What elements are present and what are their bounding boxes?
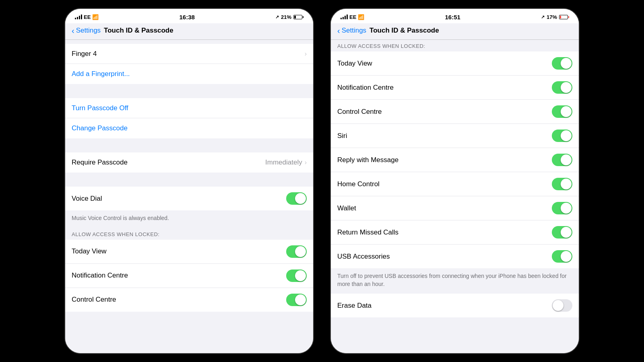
toggle-knob [561,130,572,141]
notification-centre-label-2: Notification Centre [337,84,394,92]
finger4-label: Finger 4 [72,50,97,58]
erase-data-label: Erase Data [337,302,372,310]
reply-with-message-label: Reply with Message [337,156,398,164]
turn-passcode-off-label: Turn Passcode Off [72,104,128,112]
toggle-knob [561,203,572,214]
nav-bar-1: ‹ Settings Touch ID & Passcode [65,23,313,40]
usb-accessories-label: USB Accessories [337,253,390,261]
status-right-1: ↗ 21% [275,14,303,20]
battery-icon-2 [559,15,569,19]
status-right-2: ↗ 17% [541,14,569,20]
change-passcode-item[interactable]: Change Passcode [65,118,313,138]
phone-1: EE 📶 16:38 ↗ 21% ‹ Settings Touc [64,8,314,354]
return-missed-calls-toggle[interactable] [552,226,572,239]
gap-3 [65,173,313,187]
voice-dial-item: Voice Dial [65,187,313,210]
usb-accessories-toggle[interactable] [552,250,572,263]
today-view-item-1: Today View [65,240,313,264]
signal-bar [345,16,346,19]
change-passcode-label: Change Passcode [72,124,128,132]
battery-percent-1: 21% [281,14,291,20]
today-view-toggle-1[interactable] [286,245,307,258]
voice-dial-group: Voice Dial [65,187,313,210]
toggle-knob [561,58,572,69]
home-control-toggle[interactable] [552,178,572,190]
return-missed-calls-item: Return Missed Calls [331,220,579,245]
wallet-item: Wallet [331,196,579,220]
location-icon-1: ↗ [275,14,279,20]
today-view-label-2: Today View [337,60,372,68]
status-bar-2: EE 📶 16:51 ↗ 17% [331,9,579,23]
status-left-1: EE 📶 [75,14,99,20]
locked-items-group-2: Today View Notification Centre Control C… [331,51,579,268]
toggle-knob [553,300,564,311]
erase-data-toggle[interactable] [552,299,572,312]
wifi-icon-2: 📶 [358,14,364,20]
return-missed-calls-label: Return Missed Calls [337,228,398,237]
wallet-label: Wallet [337,204,356,212]
content-1: Finger 4 › Add a Fingerprint... Turn Pas… [65,40,313,353]
erase-data-item: Erase Data [331,294,579,317]
toggle-knob [295,270,306,281]
require-passcode-item[interactable]: Require Passcode Immediately › [65,152,313,173]
voice-dial-label: Voice Dial [72,195,102,203]
chevron-left-icon-2: ‹ [337,27,340,35]
control-centre-item-2: Control Centre [331,100,579,124]
status-bar-1: EE 📶 16:38 ↗ 21% [65,9,313,23]
signal-bars-2 [341,14,348,19]
control-centre-toggle-1[interactable] [286,294,307,306]
notification-centre-toggle-1[interactable] [286,269,307,282]
phones-container: EE 📶 16:38 ↗ 21% ‹ Settings Touc [64,8,580,354]
fingerprint-group: Finger 4 › Add a Fingerprint... [65,44,313,84]
siri-toggle[interactable] [552,130,572,142]
time-1: 16:38 [179,14,194,21]
control-centre-toggle-2[interactable] [552,105,572,118]
reply-with-message-toggle[interactable] [552,154,572,166]
signal-bar [343,17,344,19]
today-view-toggle-2[interactable] [552,57,572,70]
erase-data-group: Erase Data [331,294,579,317]
siri-item: Siri [331,124,579,148]
back-button-2[interactable]: ‹ Settings [337,27,366,35]
control-centre-label-2: Control Centre [337,108,382,116]
add-fingerprint-label: Add a Fingerprint... [72,70,130,78]
finger4-item[interactable]: Finger 4 › [65,44,313,64]
battery-icon-1 [293,15,303,19]
require-passcode-value: Immediately › [265,158,307,167]
siri-label: Siri [337,132,347,140]
nav-title-1: Touch ID & Passcode [104,27,173,35]
toggle-knob [561,154,572,165]
notification-centre-item-2: Notification Centre [331,76,579,100]
toggle-knob [561,179,572,189]
voice-control-info: Music Voice Control is always enabled. [65,210,313,228]
locked-items-group-1: Today View Notification Centre Control C… [65,240,313,312]
reply-with-message-item: Reply with Message [331,148,579,172]
usb-info-text: Turn off to prevent USB accessories from… [331,268,579,294]
signal-bar [77,17,78,19]
turn-passcode-off-item[interactable]: Turn Passcode Off [65,98,313,118]
signal-bar [79,16,80,19]
back-button-1[interactable]: ‹ Settings [72,27,101,35]
home-control-label: Home Control [337,180,380,188]
notification-centre-item-1: Notification Centre [65,264,313,288]
add-fingerprint-item[interactable]: Add a Fingerprint... [65,64,313,84]
content-2: ALLOW ACCESS WHEN LOCKED: Today View Not… [331,40,579,353]
location-icon-2: ↗ [541,14,545,20]
gap-1 [65,84,313,98]
signal-bar [347,14,348,19]
wallet-toggle[interactable] [552,202,572,214]
control-centre-item-1: Control Centre [65,288,313,312]
back-label-2: Settings [342,27,366,35]
gap-2 [65,138,313,152]
signal-bar [81,14,82,19]
notification-centre-toggle-2[interactable] [552,81,572,94]
toggle-knob [561,106,572,117]
wifi-icon-1: 📶 [92,14,99,20]
signal-bars-1 [75,14,82,19]
require-passcode-label: Require Passcode [72,158,128,167]
phone-2: EE 📶 16:51 ↗ 17% ‹ Settings Touc [330,8,580,354]
voice-dial-toggle[interactable] [286,192,307,205]
signal-bar [75,18,76,19]
carrier-label-1: EE [84,14,91,20]
back-label-1: Settings [76,27,101,35]
